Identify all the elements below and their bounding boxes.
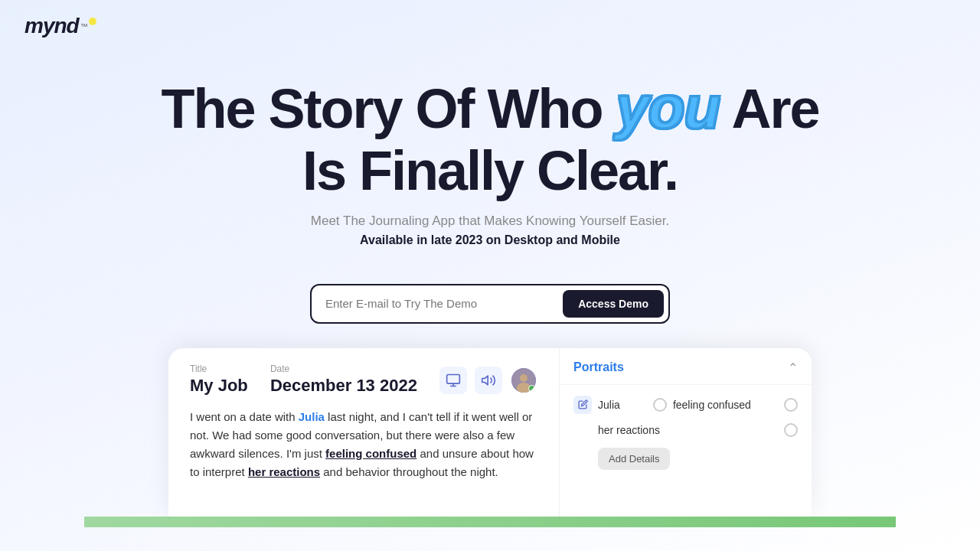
svg-point-5 <box>520 374 528 382</box>
date-label: Date <box>270 364 417 374</box>
demo-left-panel: Title My Job Date December 13 2022 <box>168 348 559 517</box>
hero-title-you: you <box>616 75 720 141</box>
demo-body: I went on a date with Julia last night, … <box>190 408 537 481</box>
feeling-confused-link[interactable]: feeling confused <box>325 447 416 460</box>
email-box: Access Demo <box>310 284 670 324</box>
demo-header-row: Title My Job Date December 13 2022 <box>190 364 537 396</box>
julia-tag: Julia <box>598 399 620 411</box>
her-reactions-link[interactable]: her reactions <box>248 465 320 478</box>
volume-icon[interactable] <box>475 367 502 394</box>
demo-toolbar <box>439 367 537 394</box>
email-input[interactable] <box>325 297 557 310</box>
julia-radio[interactable] <box>653 398 667 412</box>
demo-card: Title My Job Date December 13 2022 <box>168 348 812 517</box>
svg-marker-3 <box>482 376 488 385</box>
monitor-icon[interactable] <box>439 367 467 394</box>
email-container: Access Demo <box>0 284 980 324</box>
title-label: Title <box>190 364 248 374</box>
hero-title-line2: Is Finally Clear. <box>302 140 678 201</box>
hero-subtitle: Meet The Journaling App that Makes Knowi… <box>15 214 965 229</box>
header: mynd™ <box>0 0 980 52</box>
portrait-row-reactions: her reactions <box>573 423 798 437</box>
demo-card-wrapper: Title My Job Date December 13 2022 <box>84 348 896 527</box>
portrait-row-julia: Julia feeling confused <box>573 396 798 414</box>
her-reactions-tag: her reactions <box>598 424 660 436</box>
logo[interactable]: mynd™ <box>24 14 96 38</box>
pencil-icon[interactable] <box>573 396 592 414</box>
green-bottom-strip <box>84 517 896 527</box>
svg-rect-0 <box>447 374 460 383</box>
hero-title-before: The Story Of Who <box>161 78 616 139</box>
portraits-panel: Portraits ⌃ Julia feeling confused <box>559 348 812 517</box>
logo-dot-yellow <box>89 18 96 25</box>
portraits-body: Julia feeling confused her reactions Add… <box>560 385 812 481</box>
portraits-header: Portraits ⌃ <box>560 348 812 385</box>
feeling-confused-tag: feeling confused <box>673 399 751 411</box>
demo-date-section: Date December 13 2022 <box>270 364 417 396</box>
logo-tm: ™ <box>80 22 88 31</box>
her-reactions-radio[interactable] <box>784 423 798 437</box>
avatar[interactable] <box>510 367 537 394</box>
add-details-button[interactable]: Add Details <box>598 448 670 470</box>
avatar-online-dot <box>528 385 535 392</box>
hero-title-after: Are <box>720 78 818 139</box>
body-text-end: and behavior throughout the night. <box>320 465 498 478</box>
body-text-before: I went on a date with <box>190 410 299 423</box>
demo-title-section: Title My Job <box>190 364 248 396</box>
feeling-confused-radio[interactable] <box>784 398 798 412</box>
date-value: December 13 2022 <box>270 376 417 396</box>
logo-text: mynd <box>24 14 79 38</box>
hero-section: The Story Of Who you Are Is Finally Clea… <box>0 52 980 284</box>
title-value: My Job <box>190 376 248 396</box>
julia-link[interactable]: Julia <box>299 410 325 423</box>
access-demo-button[interactable]: Access Demo <box>563 290 664 318</box>
chevron-up-icon[interactable]: ⌃ <box>788 360 798 375</box>
hero-availability: Available in late 2023 on Desktop and Mo… <box>15 233 965 247</box>
portraits-title: Portraits <box>573 360 624 374</box>
hero-title: The Story Of Who you Are Is Finally Clea… <box>15 75 965 201</box>
